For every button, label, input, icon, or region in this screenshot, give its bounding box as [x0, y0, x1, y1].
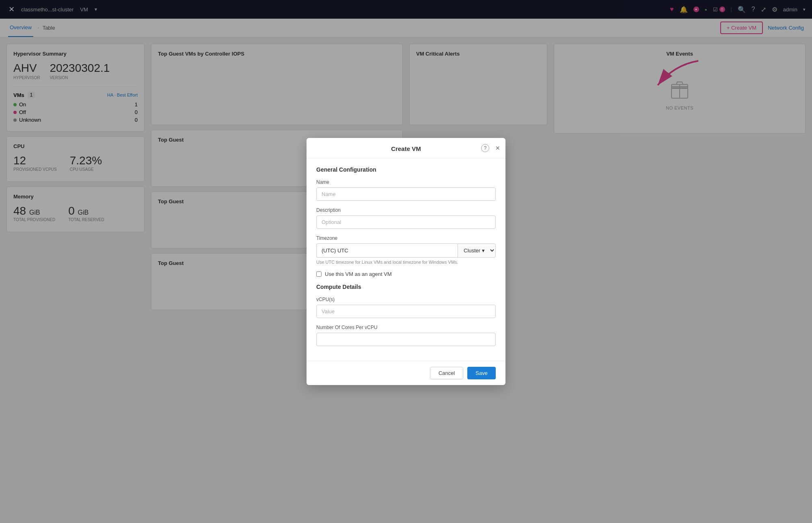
cores-field-group: Number Of Cores Per vCPU [316, 325, 496, 346]
timezone-select[interactable]: Cluster ▾ [458, 243, 496, 258]
dialog-footer: Cancel Save [307, 361, 505, 385]
dialog-close-button[interactable]: × [495, 144, 500, 152]
save-button[interactable]: Save [467, 367, 496, 379]
name-label: Name [316, 179, 496, 185]
vcpus-input[interactable] [316, 305, 496, 318]
description-field-group: Description [316, 207, 496, 229]
modal-overlay[interactable]: Create VM ? × General Configuration Name… [0, 0, 812, 523]
name-field-group: Name [316, 179, 496, 201]
timezone-hint: Use UTC timezone for Linux VMs and local… [316, 260, 496, 265]
dialog-title: Create VM [391, 145, 421, 152]
description-label: Description [316, 207, 496, 213]
timezone-label: Timezone [316, 235, 496, 241]
cancel-button[interactable]: Cancel [430, 367, 463, 379]
dialog-header: Create VM ? × [307, 138, 505, 158]
dialog-body: General Configuration Name Description T… [307, 158, 505, 361]
timezone-input[interactable] [316, 243, 458, 258]
dialog-help-button[interactable]: ? [481, 144, 489, 152]
vcpus-field-group: vCPU(s) [316, 297, 496, 318]
agent-vm-checkbox[interactable] [316, 271, 322, 277]
agent-vm-checkbox-row: Use this VM as an agent VM [316, 271, 496, 277]
description-input[interactable] [316, 215, 496, 229]
compute-details-heading: Compute Details [316, 284, 496, 290]
timezone-row: Cluster ▾ [316, 243, 496, 258]
general-config-heading: General Configuration [316, 166, 496, 173]
timezone-field-group: Timezone Cluster ▾ Use UTC timezone for … [316, 235, 496, 265]
create-vm-dialog: Create VM ? × General Configuration Name… [307, 138, 505, 385]
name-input[interactable] [316, 187, 496, 201]
cores-input[interactable] [316, 333, 496, 346]
cores-label: Number Of Cores Per vCPU [316, 325, 496, 330]
vcpus-label: vCPU(s) [316, 297, 496, 302]
agent-vm-label[interactable]: Use this VM as an agent VM [325, 271, 392, 277]
